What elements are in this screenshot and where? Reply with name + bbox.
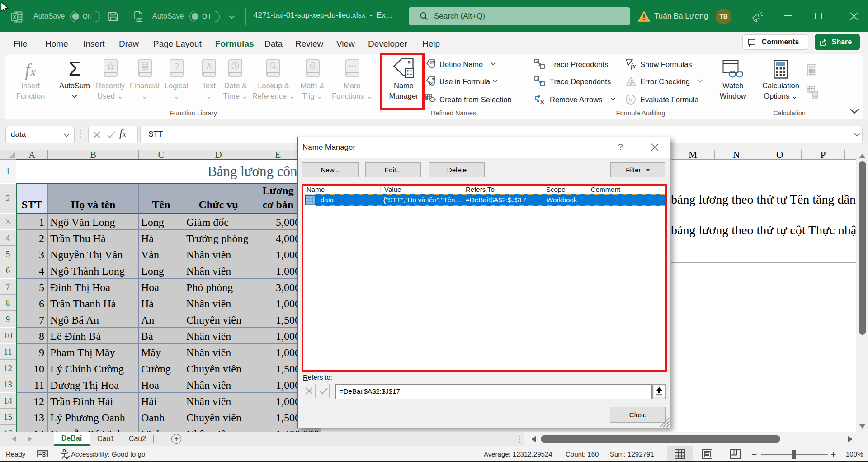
svg-text:?: ? xyxy=(174,62,179,71)
svg-text:fx: fx xyxy=(628,96,633,103)
svg-text:fx: fx xyxy=(429,80,433,86)
svg-text:A: A xyxy=(206,62,212,71)
svg-text:fx: fx xyxy=(631,62,636,70)
svg-text:X: X xyxy=(13,14,16,20)
